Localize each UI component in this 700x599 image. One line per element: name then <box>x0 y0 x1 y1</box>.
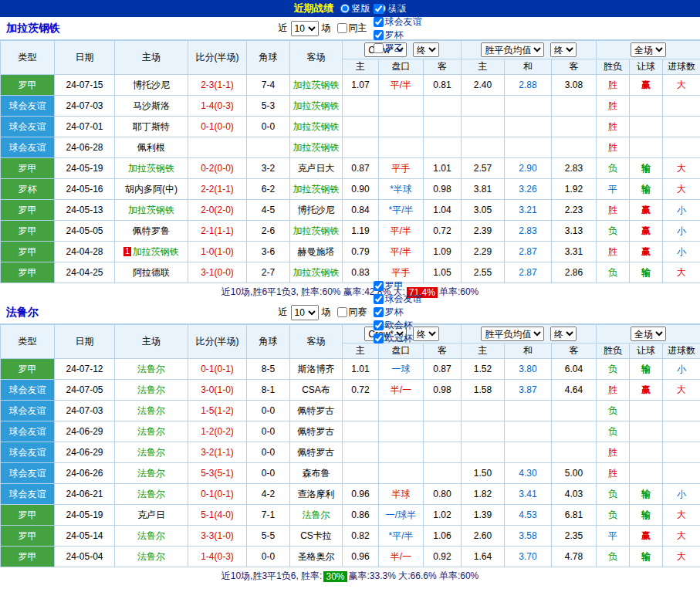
handicap-result: 输 <box>630 547 663 567</box>
competition-filter[interactable]: 罗甲 <box>370 279 422 293</box>
scope-label: 同赛 <box>349 306 367 319</box>
home-team-cell: 1加拉茨钢铁 <box>115 242 188 262</box>
avg-away-odds: 4.78 <box>552 547 597 567</box>
competition-filter-checkbox[interactable] <box>374 30 384 40</box>
odds-away: 1.09 <box>424 242 462 262</box>
home-team: 佩利根 <box>137 142 165 153</box>
competition-filter-checkbox[interactable] <box>374 43 384 53</box>
odds-home: 1.07 <box>343 75 379 96</box>
competition-filter[interactable]: 罗杯 <box>370 306 422 319</box>
handicap-line: 半/一 <box>379 547 424 567</box>
odds-home: 0.79 <box>343 242 379 262</box>
competition-filter[interactable]: 罗乙 <box>370 42 422 55</box>
odds-home: 1.19 <box>343 221 379 242</box>
win-loss-result: 胜 <box>597 442 630 463</box>
handicap-result: 赢 <box>630 221 663 242</box>
competition-type: 球会友谊 <box>1 380 55 401</box>
score: 0-1(0-0) <box>188 117 247 137</box>
avg-away-odds: 2.23 <box>552 200 597 221</box>
avg-home-odds: 2.55 <box>462 262 505 283</box>
away-team: 加拉茨钢铁 <box>293 225 340 236</box>
handicap-line: 一球 <box>379 359 424 380</box>
corner-count: 3-2 <box>247 158 290 179</box>
avg-type-select[interactable]: 胜平负均值 <box>481 327 544 341</box>
competition-filter-label: 罗甲 <box>385 279 404 293</box>
odds-away: 0.87 <box>424 359 462 380</box>
avg-home-odds: 2.29 <box>462 242 505 262</box>
corner-count: 5-5 <box>247 526 290 547</box>
competition-filter-checkbox[interactable] <box>374 307 384 317</box>
handicap-line: 平/半 <box>379 221 424 242</box>
team-section-1: 加拉茨钢铁 近 10 场 同主 罗甲球会友谊罗杯罗乙 类型 日期 主场 比分(半… <box>0 17 700 301</box>
games-count-select[interactable]: 10 <box>291 305 319 320</box>
away-team-cell: 佩特罗古 <box>290 442 343 463</box>
match-date: 24-05-14 <box>55 526 115 547</box>
scope-filter[interactable]: 同主 <box>334 22 367 35</box>
match-date: 24-07-03 <box>55 401 115 421</box>
odds-home: 1.01 <box>343 359 379 380</box>
win-loss-result: 负 <box>597 401 630 421</box>
scope-checkbox[interactable] <box>337 23 347 33</box>
match-row: 罗甲24-05-14法鲁尔3-3(1-0)5-5CS卡拉0.82*平/半1.06… <box>1 526 700 547</box>
competition-type: 罗甲 <box>1 75 55 96</box>
competition-filter[interactable]: 欧会杯 <box>370 319 422 332</box>
odds-away: 1.04 <box>424 200 462 221</box>
match-row: 球会友谊24-07-05法鲁尔3-0(1-0)8-1CSA布0.72半/一0.9… <box>1 380 700 401</box>
sub-header-avg-draw: 和 <box>505 59 552 75</box>
odds-home: 0.87 <box>343 158 379 179</box>
scope-checkbox[interactable] <box>337 307 347 317</box>
match-row: 罗甲24-05-13加拉茨钢铁2-0(2-0)4-5博托沙尼0.84*平/半1.… <box>1 200 700 221</box>
odds-away <box>424 137 462 158</box>
scope-filter[interactable]: 同赛 <box>334 306 367 319</box>
competition-filter[interactable]: 球会友谊 <box>370 293 422 306</box>
match-row: 球会友谊24-07-01耶丁斯特0-1(0-0)0-0加拉茨钢铁胜 <box>1 117 700 137</box>
avg-away-odds: 2.35 <box>552 526 597 547</box>
home-team: 法鲁尔 <box>137 551 165 562</box>
col-header-home: 主场 <box>115 41 188 75</box>
home-team-cell: 耶丁斯特 <box>115 117 188 137</box>
avg-type-select[interactable]: 胜平负均值 <box>481 42 544 57</box>
period-select[interactable]: 全场 <box>631 327 666 341</box>
odds-away <box>424 96 462 117</box>
avg-draw-odds: 3.70 <box>505 547 552 567</box>
competition-filter-checkbox[interactable] <box>374 281 384 291</box>
games-count-select[interactable]: 10 <box>291 21 319 36</box>
odds-away: 0.80 <box>424 484 462 505</box>
competition-filter-checkbox[interactable] <box>374 4 384 14</box>
competition-filter[interactable]: 球会友谊 <box>370 15 422 29</box>
match-row: 球会友谊24-06-29法鲁尔1-2(0-2)0-0佩特罗古负 <box>1 421 700 442</box>
home-team-cell: 加拉茨钢铁 <box>115 158 188 179</box>
competition-filter-checkbox[interactable] <box>374 294 384 304</box>
avg-stage-select[interactable]: 终 <box>550 42 577 57</box>
competition-filter-checkbox[interactable] <box>374 17 384 27</box>
avg-draw-odds: 3.26 <box>505 179 552 200</box>
competition-type: 球会友谊 <box>1 421 55 442</box>
period-select[interactable]: 全场 <box>631 42 666 57</box>
home-team-cell: 加拉茨钢铁 <box>115 200 188 221</box>
competition-filter-label: 罗甲 <box>385 2 404 15</box>
competition-filter[interactable]: 欧冠杯 <box>370 332 422 345</box>
sub-header-handicap-result: 让球 <box>630 59 663 75</box>
competition-filter-checkbox[interactable] <box>374 320 384 330</box>
sub-header-odds-away: 客 <box>424 343 462 359</box>
match-row: 球会友谊24-06-26法鲁尔5-3(5-1)0-0森布鲁1.504.305.0… <box>1 463 700 484</box>
avg-header-cell: 胜平负均值 终 <box>462 325 597 343</box>
handicap-result: 赢 <box>630 200 663 221</box>
handicap-line: 半球 <box>379 484 424 505</box>
odds-away: 1.06 <box>424 526 462 547</box>
avg-home-odds <box>462 96 505 117</box>
home-team: 加拉茨钢铁 <box>128 163 174 174</box>
avg-stage-select[interactable]: 终 <box>550 327 577 341</box>
competition-filter[interactable]: 罗杯 <box>370 29 422 42</box>
competition-filter[interactable]: 罗甲 <box>370 2 422 15</box>
odds-away: 0.72 <box>424 221 462 242</box>
win-loss-result: 胜 <box>597 75 630 96</box>
score: 0-2(0-0) <box>188 158 247 179</box>
match-row: 球会友谊24-06-28佩利根加拉茨钢铁胜 <box>1 137 700 158</box>
goals-result <box>663 117 700 137</box>
stats-prefix: 近10场,胜3平1负6, 胜率: <box>221 570 323 583</box>
corner-count: 3-6 <box>247 242 290 262</box>
match-date: 24-07-15 <box>55 75 115 96</box>
competition-filter-checkbox[interactable] <box>374 333 384 343</box>
home-team-cell: 法鲁尔 <box>115 421 188 442</box>
